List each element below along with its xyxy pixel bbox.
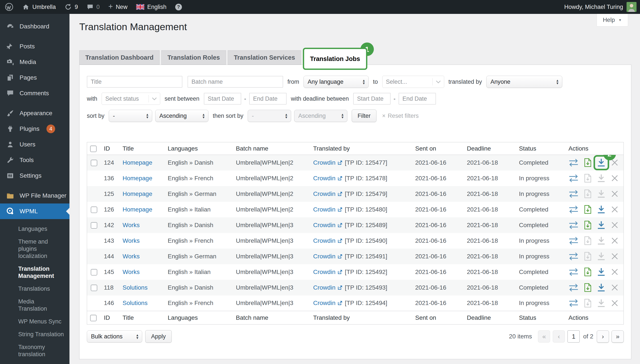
status-select[interactable]: Select status bbox=[102, 93, 160, 105]
sent-start-date-input[interactable] bbox=[204, 93, 241, 104]
translator-link[interactable]: Crowdin bbox=[313, 284, 343, 291]
cancel-job-icon[interactable] bbox=[611, 174, 618, 182]
translator-link[interactable]: Crowdin bbox=[313, 253, 343, 260]
download-translation-icon[interactable]: 2 bbox=[597, 158, 605, 167]
sidebar-item-users[interactable]: Users bbox=[0, 137, 70, 152]
select-all-checkbox[interactable] bbox=[90, 315, 97, 321]
submenu-item-media-translation[interactable]: Media Translation bbox=[0, 295, 70, 315]
sidebar-item-comments[interactable]: Comments bbox=[0, 86, 70, 101]
download-translation-icon[interactable] bbox=[597, 190, 605, 198]
cancel-job-icon[interactable] bbox=[611, 159, 618, 166]
tab-translation-services[interactable]: Translation Services bbox=[228, 50, 301, 65]
download-xliff-icon[interactable] bbox=[584, 252, 591, 261]
sync-job-icon[interactable] bbox=[569, 206, 578, 214]
sidebar-item-settings[interactable]: Settings bbox=[0, 168, 70, 184]
first-page-button[interactable]: « bbox=[538, 330, 550, 342]
job-title-link[interactable]: Works bbox=[123, 253, 140, 260]
sidebar-item-media[interactable]: Media bbox=[0, 54, 70, 70]
cancel-job-icon[interactable] bbox=[611, 190, 618, 198]
submenu-item-wp-menus-sync[interactable]: WP Menus Sync bbox=[0, 315, 70, 328]
sync-job-icon[interactable] bbox=[569, 252, 578, 260]
cancel-job-icon[interactable] bbox=[611, 284, 618, 291]
updates-indicator[interactable]: 9 bbox=[65, 3, 78, 11]
deadline-start-date-input[interactable] bbox=[353, 93, 391, 104]
translated-by-select[interactable]: Anyone ▲▼ bbox=[486, 76, 562, 88]
last-page-button[interactable]: » bbox=[611, 330, 624, 342]
apply-button[interactable]: Apply bbox=[145, 330, 172, 343]
second-sort-order-select[interactable]: Ascending ▲▼ bbox=[294, 110, 347, 122]
bulk-actions-select[interactable]: Bulk actions ▲▼ bbox=[87, 330, 142, 342]
sync-job-icon[interactable] bbox=[569, 221, 578, 229]
sidebar-item-wp-file-manager[interactable]: WP File Manager bbox=[0, 188, 70, 204]
download-translation-icon[interactable] bbox=[597, 174, 605, 183]
sidebar-item-plugins[interactable]: Plugins4 bbox=[0, 121, 70, 137]
previous-page-button[interactable]: ‹ bbox=[553, 330, 565, 342]
reset-filters-link[interactable]: × Reset filters bbox=[382, 112, 419, 119]
download-xliff-icon[interactable] bbox=[584, 158, 591, 167]
howdy-text[interactable]: Howdy, Michael Turing bbox=[564, 4, 623, 10]
second-sort-field-select[interactable]: - ▲▼ bbox=[248, 110, 291, 122]
download-xliff-icon[interactable] bbox=[584, 268, 591, 276]
download-xliff-icon[interactable] bbox=[584, 236, 591, 245]
sort-field-select[interactable]: - ▲▼ bbox=[109, 110, 152, 122]
cancel-job-icon[interactable] bbox=[611, 222, 618, 229]
tab-translation-dashboard[interactable]: Translation Dashboard bbox=[79, 50, 160, 65]
sync-job-icon[interactable] bbox=[569, 268, 578, 276]
sidebar-item-appearance[interactable]: Appearance bbox=[0, 106, 70, 121]
submenu-item-taxonomy-translation[interactable]: Taxonomy translation bbox=[0, 341, 70, 361]
user-avatar[interactable] bbox=[626, 2, 636, 12]
submenu-item-theme-and-plugins-localization[interactable]: Theme and plugins localization bbox=[0, 235, 70, 262]
sidebar-item-posts[interactable]: Posts bbox=[0, 38, 70, 54]
tab-translation-jobs[interactable]: Translation Jobs bbox=[303, 48, 367, 70]
sidebar-item-dashboard[interactable]: Dashboard bbox=[0, 19, 70, 34]
wordpress-logo-icon[interactable] bbox=[5, 2, 14, 11]
translator-link[interactable]: Crowdin bbox=[313, 159, 343, 166]
row-checkbox[interactable] bbox=[91, 206, 97, 213]
cancel-job-icon[interactable] bbox=[611, 237, 618, 244]
sync-job-icon[interactable] bbox=[569, 237, 578, 245]
submenu-item-packages[interactable]: Packages bbox=[0, 361, 70, 364]
download-xliff-icon[interactable] bbox=[584, 190, 591, 198]
cancel-job-icon[interactable] bbox=[611, 300, 618, 307]
translator-link[interactable]: Crowdin bbox=[313, 175, 343, 182]
row-checkbox[interactable] bbox=[91, 222, 97, 229]
select-all-checkbox[interactable] bbox=[90, 146, 97, 152]
sort-order-select[interactable]: Ascending ▲▼ bbox=[155, 110, 208, 122]
submenu-item-translations[interactable]: Translations bbox=[0, 282, 70, 295]
title-filter-input[interactable] bbox=[87, 76, 182, 88]
job-title-link[interactable]: Solutions bbox=[123, 284, 148, 291]
sync-job-icon[interactable] bbox=[569, 158, 578, 167]
translator-link[interactable]: Crowdin bbox=[313, 237, 343, 244]
row-checkbox[interactable] bbox=[91, 284, 97, 291]
submenu-item-string-translation[interactable]: String Translation bbox=[0, 328, 70, 341]
sync-job-icon[interactable] bbox=[569, 174, 578, 182]
job-title-link[interactable]: Homepage bbox=[123, 159, 152, 166]
job-title-link[interactable]: Homepage bbox=[123, 175, 152, 182]
sidebar-item-tools[interactable]: Tools bbox=[0, 152, 70, 168]
download-translation-icon[interactable] bbox=[597, 299, 605, 308]
help-button[interactable]: Help ▼ bbox=[596, 14, 628, 26]
job-title-link[interactable]: Works bbox=[123, 268, 140, 275]
help-circle-icon[interactable]: ? bbox=[175, 4, 182, 10]
download-translation-icon[interactable] bbox=[597, 220, 605, 230]
download-translation-icon[interactable] bbox=[597, 205, 605, 214]
comments-indicator[interactable]: 0 bbox=[87, 4, 100, 10]
job-title-link[interactable]: Works bbox=[123, 237, 140, 244]
batch-name-filter-input[interactable] bbox=[188, 76, 283, 88]
sent-end-date-input[interactable] bbox=[249, 93, 286, 104]
translator-link[interactable]: Crowdin bbox=[313, 300, 343, 306]
deadline-end-date-input[interactable] bbox=[399, 93, 436, 104]
cancel-job-icon[interactable] bbox=[611, 268, 618, 276]
sync-job-icon[interactable] bbox=[569, 284, 578, 292]
download-translation-icon[interactable] bbox=[597, 252, 605, 261]
tab-translation-roles[interactable]: Translation Roles bbox=[161, 50, 226, 65]
to-language-select[interactable]: Select... bbox=[382, 76, 444, 88]
download-xliff-icon[interactable] bbox=[584, 220, 591, 230]
download-translation-icon[interactable] bbox=[597, 283, 605, 292]
filter-button[interactable]: Filter bbox=[352, 110, 377, 122]
job-title-link[interactable]: Homepage bbox=[123, 206, 152, 213]
translator-link[interactable]: Crowdin bbox=[313, 222, 343, 228]
site-name-link[interactable]: Umbrella bbox=[22, 3, 56, 11]
translator-link[interactable]: Crowdin bbox=[313, 206, 343, 213]
job-title-link[interactable]: Homepage bbox=[123, 190, 152, 197]
